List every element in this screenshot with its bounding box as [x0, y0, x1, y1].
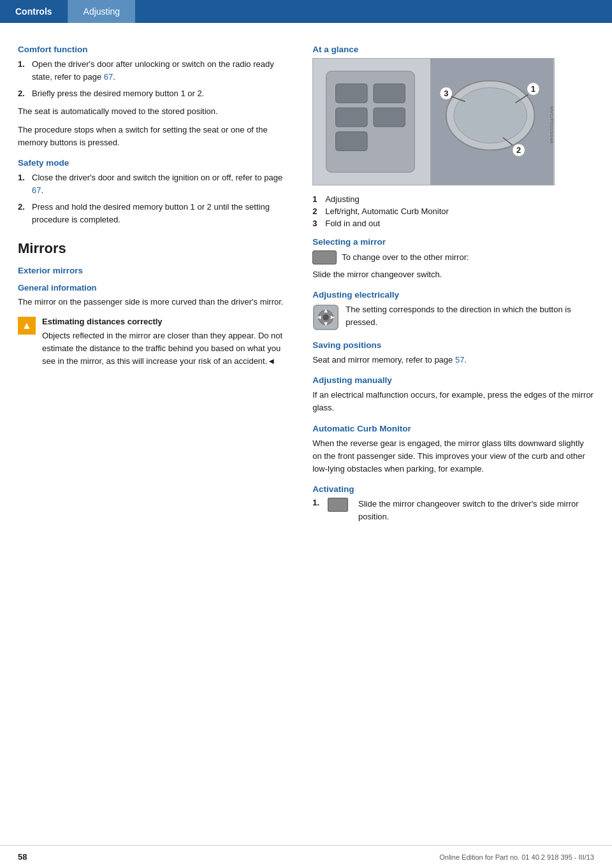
link-page-57[interactable]: 57	[455, 355, 464, 365]
legend-num-2: 2	[312, 206, 325, 216]
warning-box: ▲ Estimating distances correctly Objects…	[18, 315, 287, 368]
adjusting-electrically-row: The setting corresponds to the direction…	[312, 303, 594, 331]
step-1-num: 1.	[18, 58, 32, 83]
page-footer: 58 Online Edition for Part no. 01 40 2 9…	[0, 845, 612, 868]
comfort-function-steps: 1. Open the driver's door after unlockin…	[18, 58, 287, 100]
automatic-curb-monitor-section: Automatic Curb Monitor When the reverse …	[312, 424, 594, 475]
saving-positions-heading: Saving positions	[312, 340, 594, 350]
tab-adjusting-label: Adjusting	[84, 6, 120, 17]
exterior-mirrors-heading: Exterior mirrors	[18, 266, 287, 275]
exterior-mirrors-section: Exterior mirrors General information The…	[18, 266, 287, 368]
mirror-diagram-svg: 1 2 3 MVC/P0310/04A	[313, 59, 554, 185]
svg-rect-4	[336, 108, 368, 127]
selecting-mirror-heading: Selecting a mirror	[312, 237, 594, 247]
svg-rect-6	[374, 84, 405, 103]
legend-item-2: 2 Left/right, Automatic Curb Monitor	[312, 206, 594, 216]
safety-step-1-text: Close the driver's door and switch the i…	[32, 171, 287, 197]
step-2-num: 2.	[18, 87, 32, 100]
main-content: Comfort function 1. Open the driver's do…	[0, 23, 612, 540]
legend-text-2: Left/right, Automatic Curb Monitor	[325, 206, 449, 216]
at-a-glance-legend: 1 Adjusting 2 Left/right, Automatic Curb…	[312, 194, 594, 228]
automatic-curb-monitor-heading: Automatic Curb Monitor	[312, 424, 594, 433]
selecting-mirror-instruction: Slide the mirror changeover switch.	[312, 268, 594, 281]
step-1-text: Open the driver's door after unlocking o…	[32, 58, 287, 83]
comfort-function-section: Comfort function 1. Open the driver's do…	[18, 45, 287, 149]
adjusting-electrically-heading: Adjusting electrically	[312, 290, 594, 300]
adjusting-manually-section: Adjusting manually If an electrical malf…	[312, 375, 594, 414]
page-number: 58	[18, 852, 27, 862]
legend-text-1: Adjusting	[325, 194, 359, 204]
svg-point-23	[323, 314, 329, 321]
svg-point-10	[454, 88, 527, 143]
at-a-glance-heading: At a glance	[312, 45, 594, 54]
svg-text:3: 3	[444, 89, 448, 98]
joystick-icon	[312, 303, 339, 331]
page-header: Controls Adjusting	[0, 0, 612, 23]
safety-step-2-text: Press and hold the desired memory button…	[32, 201, 287, 226]
adjusting-electrically-section: Adjusting electrically The setting corre…	[312, 290, 594, 331]
adjusting-manually-text: If an electrical malfunction occurs, for…	[312, 389, 594, 414]
svg-text:2: 2	[516, 146, 521, 156]
safety-step-1: 1. Close the driver's door and switch th…	[18, 171, 287, 197]
legend-text-3: Fold in and out	[325, 219, 380, 228]
warning-icon: ▲	[18, 317, 36, 335]
automatic-curb-monitor-text: When the reverse gear is engaged, the mi…	[312, 437, 594, 475]
mirror-diagram: 1 2 3 MVC/P0310/04A	[312, 58, 555, 185]
tab-controls-label: Controls	[15, 6, 52, 17]
safety-step-2: 2. Press and hold the desired memory but…	[18, 201, 287, 226]
tab-controls[interactable]: Controls	[0, 0, 68, 23]
selecting-mirror-text: To change over to the other mirror:	[342, 251, 469, 264]
legend-item-1: 1 Adjusting	[312, 194, 594, 204]
general-info-para: The mirror on the passenger side is more…	[18, 296, 287, 308]
at-a-glance-section: At a glance	[312, 45, 594, 228]
mirrors-heading: Mirrors	[18, 240, 287, 257]
safety-mode-heading: Safety mode	[18, 158, 287, 168]
activating-heading: Activating	[312, 484, 594, 494]
comfort-para-2: The procedure stops when a switch for se…	[18, 124, 287, 149]
footer-copyright: Online Edition for Part no. 01 40 2 918 …	[439, 853, 594, 861]
tab-adjusting[interactable]: Adjusting	[68, 0, 136, 23]
activating-step-1-content: Slide the mirror changeover switch to th…	[328, 498, 594, 523]
link-page-67-comfort[interactable]: 67	[104, 72, 113, 82]
svg-rect-5	[336, 132, 368, 151]
svg-rect-3	[336, 84, 368, 103]
activating-step-1: 1. Slide the mirror changeover switch to…	[312, 498, 594, 523]
safety-mode-steps: 1. Close the driver's door and switch th…	[18, 171, 287, 227]
adjusting-manually-heading: Adjusting manually	[312, 375, 594, 385]
legend-num-3: 3	[312, 219, 325, 228]
warning-title: Estimating distances correctly	[42, 315, 287, 328]
right-column: At a glance	[306, 36, 594, 527]
selecting-mirror-section: Selecting a mirror To change over to the…	[312, 237, 594, 281]
step-2-text: Briefly press the desired memory button …	[32, 87, 204, 100]
switch-icon	[312, 250, 337, 264]
comfort-para-1: The seat is automatically moved to the s…	[18, 105, 287, 118]
comfort-step-2: 2. Briefly press the desired memory butt…	[18, 87, 287, 100]
safety-step-1-num: 1.	[18, 171, 32, 197]
safety-step-2-num: 2.	[18, 201, 32, 226]
saving-positions-section: Saving positions Seat and mirror memory,…	[312, 340, 594, 366]
legend-num-1: 1	[312, 194, 325, 204]
svg-rect-7	[374, 108, 405, 127]
svg-text:1: 1	[531, 84, 536, 94]
activating-step-1-text: Slide the mirror changeover switch to th…	[358, 498, 594, 523]
safety-mode-section: Safety mode 1. Close the driver's door a…	[18, 158, 287, 227]
left-column: Comfort function 1. Open the driver's do…	[18, 36, 306, 527]
activating-section: Activating 1. Slide the mirror changeove…	[312, 484, 594, 523]
adjusting-electrically-text: The setting corresponds to the direction…	[346, 303, 594, 329]
saving-positions-text: Seat and mirror memory, refer to page 57…	[312, 354, 594, 366]
svg-text:MVC/P0310/04A: MVC/P0310/04A	[549, 106, 554, 144]
general-info-heading: General information	[18, 283, 287, 293]
small-switch-icon	[328, 498, 348, 512]
general-info-section: General information The mirror on the pa…	[18, 283, 287, 308]
selecting-mirror-row: To change over to the other mirror:	[312, 250, 594, 264]
activating-step-1-num: 1.	[312, 498, 324, 507]
comfort-step-1: 1. Open the driver's door after unlockin…	[18, 58, 287, 83]
link-page-67-safety[interactable]: 67	[32, 185, 41, 195]
warning-content: Estimating distances correctly Objects r…	[42, 315, 287, 368]
comfort-function-heading: Comfort function	[18, 45, 287, 54]
legend-item-3: 3 Fold in and out	[312, 219, 594, 228]
warning-body: Objects reflected in the mirror are clos…	[42, 329, 287, 368]
warning-triangle-icon: ▲	[22, 320, 32, 331]
